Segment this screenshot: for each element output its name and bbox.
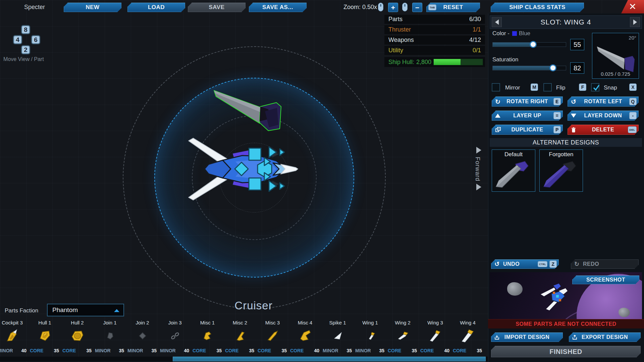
part-item[interactable]: Join 1 MINOR 35: [94, 319, 126, 354]
part-item[interactable]: Spike 1 MINOR 35: [321, 319, 354, 354]
wing1-icon: [354, 326, 386, 345]
color-slider[interactable]: [492, 42, 566, 47]
export-design-button[interactable]: EXPORT DESIGN: [569, 333, 641, 342]
ship-class-stats-button[interactable]: SHIP CLASS STATS: [491, 3, 584, 12]
checkmark-icon: [592, 83, 601, 92]
part-slot-badge: CORE: [388, 348, 401, 353]
slot-prev-button[interactable]: [492, 17, 502, 27]
part-cost: 40: [314, 348, 319, 353]
parts-faction-value: Phantom: [52, 306, 78, 314]
close-button[interactable]: ✕: [621, 0, 644, 13]
part-item[interactable]: Hull 2 CORE 35: [61, 319, 94, 354]
finished-button[interactable]: FINISHED: [491, 346, 641, 357]
stat-row-weapons: Weapons 4/12: [384, 36, 485, 45]
load-button[interactable]: LOAD: [127, 3, 185, 12]
stat-row-ship-hull: Ship Hull: 2,800: [384, 57, 485, 67]
design-card-default[interactable]: Default: [492, 149, 535, 192]
parts-faction-dropdown[interactable]: Phantom: [47, 304, 124, 316]
import-design-button[interactable]: IMPORT DESIGN: [491, 333, 563, 342]
design-card-forgotten[interactable]: Forgotten: [539, 149, 583, 192]
ship-name-label: Specter: [24, 4, 45, 11]
wing3-icon: [419, 326, 451, 345]
part-item[interactable]: Join 3 MINOR 40: [159, 319, 191, 354]
move-hint-label: Move View / Part: [3, 56, 44, 62]
save-as-button[interactable]: SAVE AS...: [249, 3, 307, 12]
part-cost: 35: [216, 348, 222, 353]
part-cost: 35: [477, 348, 482, 353]
hull-progress-bar: [433, 59, 483, 65]
part-item[interactable]: Cockpit 3 MINOR 40: [0, 319, 29, 354]
part-item[interactable]: Join 2 MINOR 35: [126, 319, 159, 354]
equals-key-icon: =: [553, 112, 561, 119]
new-button[interactable]: NEW: [64, 3, 121, 12]
part-slot-badge: MINOR: [323, 348, 338, 353]
part-name: Hull 1: [29, 319, 61, 326]
ship-design[interactable]: [185, 135, 306, 203]
undo-button[interactable]: ↺ UNDO CTRL Z: [491, 259, 559, 269]
design-default-graphic: [492, 158, 535, 190]
snap-checkbox[interactable]: [591, 83, 599, 92]
ship-screenshot-preview: SCREENSHOT: [490, 272, 642, 319]
chevron-up-icon: [114, 309, 119, 312]
saturation-slider-handle[interactable]: [549, 64, 556, 71]
mirror-checkbox[interactable]: [492, 83, 500, 92]
layer-down-button[interactable]: LAYER DOWN -: [568, 111, 639, 121]
part-cost: 35: [412, 348, 417, 353]
redo-icon: ↻: [574, 260, 580, 268]
misc3-icon: [256, 326, 289, 345]
parts-scrollbar-thumb[interactable]: [173, 357, 486, 361]
part-item[interactable]: Hull 1 CORE 35: [29, 319, 61, 354]
part-item[interactable]: Misc 1 CORE 35: [191, 319, 224, 354]
parts-faction-label: Parts Faction: [5, 307, 38, 314]
numpad-2-key-icon: 2: [21, 46, 30, 54]
part-name: Cockpit 3: [0, 319, 29, 326]
design-name: Default: [492, 151, 535, 158]
rotate-left-button[interactable]: ↺ ROTATE LEFT Q: [568, 97, 639, 107]
parts-palette: Cockpit 3 MINOR 40 Hull 1 CORE 35 Hull 2: [0, 319, 489, 354]
stat-label: Thruster: [388, 26, 411, 33]
reset-view-button[interactable]: TAB RESET: [426, 3, 480, 12]
part-item[interactable]: Wing 2 CORE 35: [386, 319, 419, 354]
part-slot-badge: CORE: [30, 348, 43, 353]
rotate-right-button[interactable]: ↻ ROTATE RIGHT E: [492, 97, 563, 107]
parts-scrollbar-track[interactable]: [0, 357, 488, 361]
save-button[interactable]: SAVE: [188, 3, 246, 12]
misc4-icon: [289, 326, 321, 345]
stat-row-parts: Parts 6/30: [384, 15, 485, 24]
part-name: Join 3: [159, 319, 191, 326]
zoom-in-button[interactable]: +: [388, 3, 398, 12]
part-name: Misc 2: [224, 319, 256, 326]
asteroid: [619, 308, 630, 317]
selected-part[interactable]: [211, 87, 296, 138]
redo-button[interactable]: ↻ REDO: [571, 259, 639, 269]
part-item[interactable]: Misc 2 CORE 35: [224, 319, 256, 354]
part-item[interactable]: Wing 1 MINOR 35: [354, 319, 386, 354]
screenshot-button[interactable]: SCREENSHOT: [572, 276, 639, 284]
stat-label: Parts: [388, 16, 402, 23]
part-name: Join 1: [94, 319, 126, 326]
part-item[interactable]: Misc 4 CORE 40: [289, 319, 321, 354]
part-slot-badge: MINOR: [95, 348, 111, 353]
part-name: Misc 1: [191, 319, 224, 326]
part-item[interactable]: Wing 3 CORE 40: [419, 319, 451, 354]
saturation-label: Saturation: [492, 56, 519, 63]
color-slider-handle[interactable]: [530, 41, 537, 48]
slot-next-button[interactable]: [630, 17, 640, 27]
layer-up-button[interactable]: LAYER UP =: [492, 111, 563, 121]
saturation-value-box[interactable]: 82: [570, 62, 584, 74]
mini-ship: [537, 282, 577, 312]
duplicate-button[interactable]: DUPLICATE P: [492, 125, 563, 135]
x-key-icon: X: [629, 83, 637, 91]
import-icon: [494, 335, 499, 340]
part-cost: 35: [249, 348, 254, 353]
color-value-box[interactable]: 55: [570, 39, 584, 50]
triangle-down-icon: [571, 114, 576, 118]
flip-checkbox[interactable]: [543, 83, 552, 92]
zoom-out-button[interactable]: −: [412, 3, 422, 12]
delete-button[interactable]: DELETE DEL: [568, 125, 639, 135]
saturation-slider[interactable]: [492, 66, 566, 70]
part-cost: 40: [184, 348, 189, 353]
part-slot-badge: CORE: [225, 348, 238, 353]
part-item[interactable]: Misc 3 CORE 35: [256, 319, 289, 354]
part-item[interactable]: Wing 4 CORE 35: [451, 319, 484, 354]
